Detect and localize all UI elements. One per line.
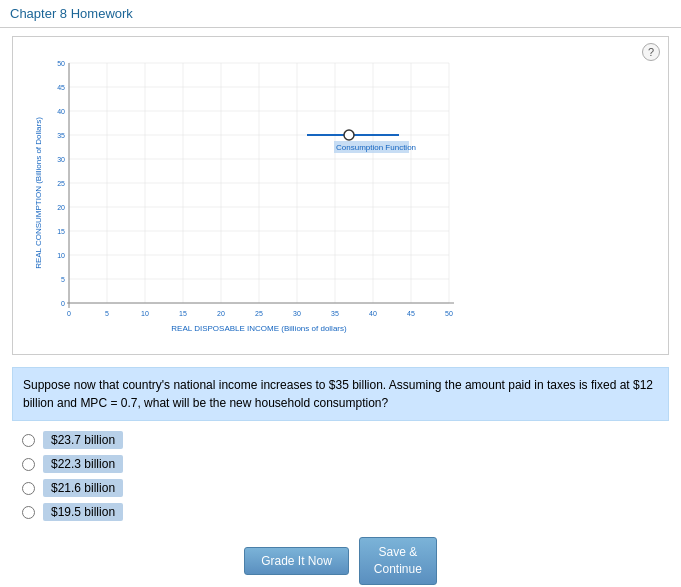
- svg-text:5: 5: [61, 276, 65, 283]
- list-item: $23.7 billion: [22, 431, 669, 449]
- svg-text:15: 15: [179, 310, 187, 317]
- list-item: $22.3 billion: [22, 455, 669, 473]
- option-radio-1[interactable]: [22, 434, 35, 447]
- svg-text:30: 30: [57, 156, 65, 163]
- svg-point-49: [344, 130, 354, 140]
- grade-button[interactable]: Grade It Now: [244, 547, 349, 575]
- list-item: $19.5 billion: [22, 503, 669, 521]
- svg-text:15: 15: [57, 228, 65, 235]
- option-label-4[interactable]: $19.5 billion: [43, 503, 123, 521]
- svg-text:REAL DISPOSABLE INCOME (Billio: REAL DISPOSABLE INCOME (Billions of doll…: [171, 324, 347, 333]
- svg-text:40: 40: [369, 310, 377, 317]
- chart-svg: REAL CONSUMPTION (Billions of Dollars): [29, 53, 479, 343]
- svg-text:20: 20: [217, 310, 225, 317]
- svg-text:Consumption Function: Consumption Function: [336, 143, 416, 152]
- svg-text:10: 10: [141, 310, 149, 317]
- page-title: Chapter 8 Homework: [10, 6, 133, 21]
- svg-text:45: 45: [57, 84, 65, 91]
- svg-text:0: 0: [67, 310, 71, 317]
- option-label-2[interactable]: $22.3 billion: [43, 455, 123, 473]
- option-radio-4[interactable]: [22, 506, 35, 519]
- svg-text:25: 25: [57, 180, 65, 187]
- svg-text:40: 40: [57, 108, 65, 115]
- option-label-1[interactable]: $23.7 billion: [43, 431, 123, 449]
- option-radio-3[interactable]: [22, 482, 35, 495]
- svg-text:REAL CONSUMPTION (Billions of : REAL CONSUMPTION (Billions of Dollars): [34, 117, 43, 269]
- svg-text:35: 35: [331, 310, 339, 317]
- svg-text:45: 45: [407, 310, 415, 317]
- svg-text:50: 50: [57, 60, 65, 67]
- svg-text:25: 25: [255, 310, 263, 317]
- options-list: $23.7 billion $22.3 billion $21.6 billio…: [12, 431, 669, 521]
- svg-text:30: 30: [293, 310, 301, 317]
- option-label-3[interactable]: $21.6 billion: [43, 479, 123, 497]
- save-button[interactable]: Save &Continue: [359, 537, 437, 585]
- chart-container: ? REAL CONSUMPTION (Billions of Dollars): [12, 36, 669, 355]
- buttons-row: Grade It Now Save &Continue: [12, 537, 669, 585]
- option-radio-2[interactable]: [22, 458, 35, 471]
- svg-text:5: 5: [105, 310, 109, 317]
- svg-text:50: 50: [445, 310, 453, 317]
- svg-text:0: 0: [61, 300, 65, 307]
- page-header: Chapter 8 Homework: [0, 0, 681, 28]
- list-item: $21.6 billion: [22, 479, 669, 497]
- svg-text:20: 20: [57, 204, 65, 211]
- svg-text:35: 35: [57, 132, 65, 139]
- svg-text:10: 10: [57, 252, 65, 259]
- question-text: Suppose now that country's national inco…: [12, 367, 669, 421]
